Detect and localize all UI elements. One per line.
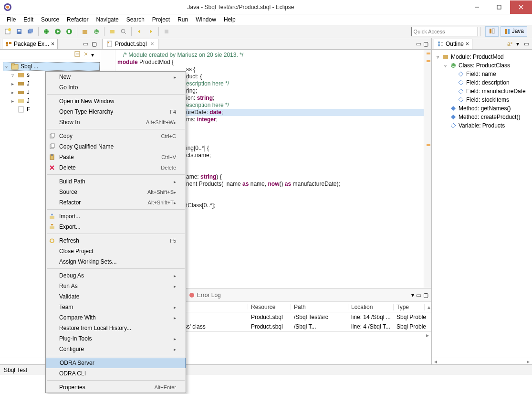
svg-line-23 <box>125 32 126 34</box>
ctx-new[interactable]: New▸ <box>46 72 186 82</box>
ctx-go-into[interactable]: Go Into <box>46 82 186 93</box>
outline-sort-icon[interactable]: aᶻ <box>505 40 513 48</box>
run-last-button[interactable] <box>64 26 74 37</box>
editor-maximize-icon[interactable]: ▢ <box>423 41 428 47</box>
problems-col-type[interactable]: Type <box>394 304 425 310</box>
menu-run[interactable]: Run <box>174 15 192 24</box>
menu-window[interactable]: Window <box>192 15 220 24</box>
project-root[interactable]: ▿ Sbql ... <box>3 62 100 71</box>
debug-button[interactable] <box>41 26 52 37</box>
ctx-assign-working-sets[interactable]: Assign Working Sets... <box>46 256 186 267</box>
menu-refactor[interactable]: Refactor <box>63 15 92 24</box>
menu-source[interactable]: Source <box>37 15 63 24</box>
quick-access-input[interactable] <box>411 27 478 36</box>
editor-tab-close-icon[interactable]: × <box>151 41 154 47</box>
bottom-view-menu-icon[interactable]: ▾ <box>411 292 414 298</box>
outline-view: Outline × aᶻ ▾ ▭ ▿Module: ProductMod▿CCl… <box>432 38 532 364</box>
save-all-button[interactable] <box>25 26 36 37</box>
ctx-run-as[interactable]: Run As▸ <box>46 281 186 291</box>
outline-item[interactable]: Method: createProduct() <box>434 113 530 121</box>
link-editor-icon[interactable] <box>83 51 89 59</box>
maximize-view-icon[interactable]: ▢ <box>90 40 98 48</box>
pin-button[interactable] <box>161 26 172 37</box>
package-explorer-tab[interactable]: Package Ex... × <box>2 39 58 49</box>
save-button[interactable] <box>14 26 24 37</box>
menu-project[interactable]: Project <box>148 15 174 24</box>
svg-marker-57 <box>459 80 463 85</box>
svg-rect-10 <box>18 30 21 32</box>
ctx-debug-as[interactable]: Debug As▸ <box>46 270 186 281</box>
overview-ruler[interactable] <box>424 50 431 288</box>
ctx-paste[interactable]: PasteCtrl+V <box>46 152 186 162</box>
editor-tab-product[interactable]: Product.sbql × <box>102 39 158 49</box>
new-button[interactable] <box>2 26 13 37</box>
ctx-properties[interactable]: PropertiesAlt+Enter <box>46 382 186 393</box>
ctx-delete[interactable]: DeleteDelete <box>46 162 186 173</box>
menu-edit[interactable]: Edit <box>20 15 37 24</box>
ctx-copy-qualified-name[interactable]: Copy Qualified Name <box>46 141 186 152</box>
problems-col-path[interactable]: Path <box>291 304 348 310</box>
ctx-refactor[interactable]: RefactorAlt+Shift+T▸ <box>46 197 186 208</box>
bottom-minimize-icon[interactable]: ▭ <box>416 292 421 298</box>
ctx-show-in[interactable]: Show InAlt+Shift+W▸ <box>46 117 186 128</box>
outline-item[interactable]: Field: description <box>434 78 530 87</box>
ctx-build-path[interactable]: Build Path▸ <box>46 176 186 187</box>
open-type-button[interactable] <box>107 26 117 37</box>
ctx-import[interactable]: Import... <box>46 211 186 222</box>
minimize-view-icon[interactable]: ▭ <box>82 40 89 48</box>
collapse-all-icon[interactable] <box>74 51 81 59</box>
ctx-compare-with[interactable]: Compare With▸ <box>46 312 186 323</box>
java-perspective-button[interactable]: Java <box>501 26 527 37</box>
outline-item[interactable]: ▿Module: ProductMod <box>434 53 530 61</box>
ctx-source[interactable]: SourceAlt+Shift+S▸ <box>46 187 186 197</box>
ctx-configure[interactable]: Configure▸ <box>46 344 186 354</box>
problems-col-location[interactable]: Location <box>348 304 394 310</box>
run-button[interactable] <box>52 26 63 37</box>
bottom-maximize-icon[interactable]: ▢ <box>423 292 428 298</box>
ctx-copy[interactable]: CopyCtrl+C <box>46 131 186 141</box>
menu-navigate[interactable]: Navigate <box>92 15 122 24</box>
ctx-export[interactable]: Export... <box>46 222 186 232</box>
ctx-odra-server[interactable]: ODRA Server <box>46 358 186 368</box>
ctx-refresh[interactable]: RefreshF5 <box>46 235 186 246</box>
forward-button[interactable] <box>146 26 156 37</box>
ctx-open-type-hierarchy[interactable]: Open Type HierarchyF4 <box>46 106 186 117</box>
problems-col-resource[interactable]: Resource <box>248 304 291 310</box>
tab-close-icon[interactable]: × <box>51 41 54 47</box>
ctx-restore-from-local-history[interactable]: Restore from Local History... <box>46 323 186 333</box>
back-button[interactable] <box>134 26 145 37</box>
outline-tab[interactable]: Outline × <box>434 39 472 49</box>
minimize-button[interactable] <box>466 0 488 14</box>
menu-help[interactable]: Help <box>220 15 240 24</box>
ctx-open-in-new-window[interactable]: Open in New Window <box>46 96 186 106</box>
outline-item[interactable]: Field: stockItems <box>434 96 530 104</box>
ctx-odra-cli[interactable]: ODRA CLI <box>46 368 186 379</box>
outline-item[interactable]: Method: getNames() <box>434 104 530 113</box>
open-perspective-button[interactable] <box>485 26 499 37</box>
ctx-plug-in-tools[interactable]: Plug-in Tools▸ <box>46 333 186 344</box>
outline-item[interactable]: Field: manufactureDate <box>434 87 530 96</box>
svg-marker-72 <box>51 213 53 215</box>
outline-item[interactable]: ▿CClass: ProductClass <box>434 61 530 70</box>
menu-file[interactable]: File <box>3 15 20 24</box>
search-button[interactable] <box>118 26 129 37</box>
editor-minimize-icon[interactable]: ▭ <box>416 41 421 47</box>
menu-search[interactable]: Search <box>123 15 148 24</box>
tab-close-icon[interactable]: × <box>466 41 469 47</box>
close-button[interactable] <box>510 0 532 14</box>
ctx-validate[interactable]: Validate <box>46 291 186 302</box>
outline-item[interactable]: Field: name <box>434 70 530 78</box>
outline-minimize-icon[interactable]: ▭ <box>522 40 530 48</box>
package-explorer-tab-label: Package Ex... <box>14 41 49 47</box>
outline-view-menu-icon[interactable]: ▾ <box>514 40 522 48</box>
svg-rect-73 <box>50 226 54 229</box>
maximize-button[interactable] <box>488 0 510 14</box>
outline-item[interactable]: Variable: Products <box>434 121 530 130</box>
errorlog-tab[interactable]: Error Log <box>185 290 225 300</box>
ctx-team[interactable]: Team▸ <box>46 302 186 312</box>
context-menu: New▸Go IntoOpen in New WindowOpen Type H… <box>45 71 186 393</box>
new-package-button[interactable] <box>80 26 90 37</box>
view-menu-icon[interactable]: ▾ <box>91 52 94 58</box>
ctx-close-project[interactable]: Close Project <box>46 246 186 256</box>
new-class-button[interactable]: C <box>91 26 102 37</box>
